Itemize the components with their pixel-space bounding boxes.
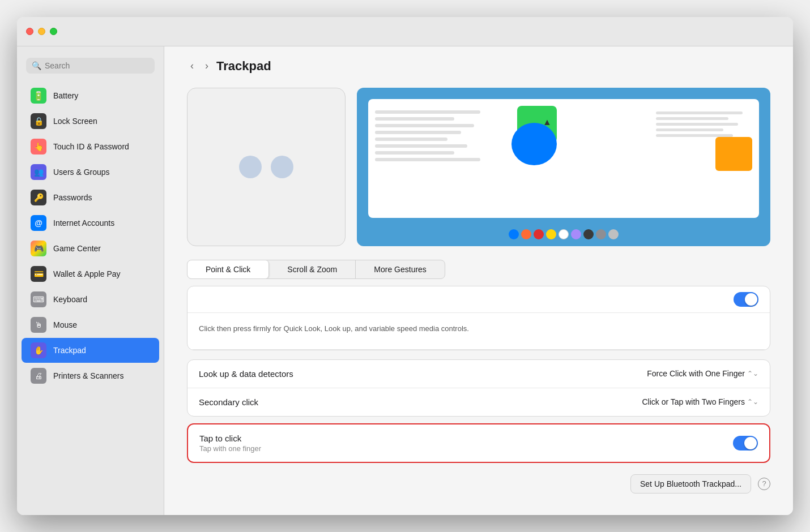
close-button[interactable] [26, 28, 33, 35]
tap-to-click-row: Tap to click Tap with one finger [188, 424, 769, 462]
sidebar-item-game-center[interactable]: 🎮 Game Center [22, 236, 159, 261]
trackpad-dots [239, 156, 293, 178]
look-up-label: Look up & data detectors [199, 369, 293, 379]
tab-point-click[interactable]: Point & Click [187, 260, 269, 278]
traffic-lights [26, 28, 57, 35]
sidebar-item-label: Mouse [53, 320, 77, 329]
swatch-dark [583, 229, 594, 239]
search-icon: 🔍 [32, 61, 41, 70]
sidebar-item-label: Users & Groups [53, 168, 110, 177]
trackpad-dot-left [239, 156, 262, 178]
internet-accounts-icon: @ [31, 215, 46, 231]
tabs-container: Point & Click Scroll & Zoom More Gesture… [187, 260, 445, 279]
tap-label-group: Tap to click Tap with one finger [199, 434, 261, 453]
search-container: 🔍 [17, 53, 164, 83]
trackpad-graphic [187, 88, 346, 246]
sidebar-items: 🔋 Battery 🔒 Lock Screen 👆 Touch ID & Pas… [17, 83, 164, 508]
main-layout: 🔍 🔋 Battery 🔒 Lock Screen 👆 To [17, 46, 793, 515]
system-preferences-window: 🔍 🔋 Battery 🔒 Lock Screen 👆 To [17, 17, 793, 515]
trackpad-dot-right [271, 156, 293, 178]
content-area: ‹ › Trackpad [164, 46, 793, 515]
trackpad-icon: ✋ [31, 342, 46, 358]
sidebar-item-label: Printers & Scanners [53, 371, 124, 380]
chevron-icon: ⌃⌄ [747, 398, 758, 406]
help-button[interactable]: ? [758, 478, 770, 490]
battery-icon: 🔋 [31, 88, 46, 104]
look-up-value[interactable]: Force Click with One Finger ⌃⌄ [647, 369, 758, 378]
maximize-button[interactable] [50, 28, 57, 35]
toggle-knob [745, 293, 757, 306]
page-title: Trackpad [216, 59, 271, 74]
force-click-toggle[interactable] [734, 292, 758, 307]
preview-container: ▲ [187, 88, 770, 246]
look-up-row: Look up & data detectors Force Click wit… [187, 360, 770, 388]
passwords-icon: 🔑 [31, 190, 46, 205]
tab-more-gestures[interactable]: More Gestures [356, 260, 445, 278]
sidebar-item-users-groups[interactable]: 👥 Users & Groups [22, 160, 159, 185]
look-up-value-text: Force Click with One Finger [647, 369, 745, 378]
chevron-icon: ⌃⌄ [747, 370, 758, 377]
game-center-icon: 🎮 [31, 241, 46, 256]
wallet-icon: 💳 [31, 266, 46, 282]
sidebar-item-label: Trackpad [53, 346, 86, 355]
swatch-orange [521, 229, 531, 239]
feature-description: Click then press firmly for Quick Look, … [199, 319, 758, 344]
swatch-silver [608, 229, 619, 239]
search-input[interactable] [45, 61, 149, 70]
secondary-click-value-text: Click or Tap with Two Fingers [642, 397, 745, 406]
sidebar-item-label: Battery [53, 91, 78, 100]
sidebar-item-label: Lock Screen [53, 117, 97, 126]
tab-scroll-zoom[interactable]: Scroll & Zoom [269, 260, 356, 278]
forward-button[interactable]: › [202, 58, 212, 74]
toggle-knob [744, 437, 757, 449]
video-preview: ▲ [357, 88, 770, 246]
tap-to-click-toggle[interactable] [733, 436, 758, 451]
swatch-purple [571, 229, 581, 239]
secondary-click-value[interactable]: Click or Tap with Two Fingers ⌃⌄ [642, 397, 758, 406]
sidebar-item-passwords[interactable]: 🔑 Passwords [22, 185, 159, 210]
secondary-click-row: Secondary click Click or Tap with Two Fi… [187, 388, 770, 416]
swatch-blue [509, 229, 519, 239]
sidebar-item-keyboard[interactable]: ⌨ Keyboard [22, 287, 159, 312]
sidebar-item-lock-screen[interactable]: 🔒 Lock Screen [22, 109, 159, 134]
users-icon: 👥 [31, 164, 46, 180]
printers-icon: 🖨 [31, 368, 46, 384]
tap-to-click-subtitle: Tap with one finger [199, 444, 261, 453]
settings-section: Look up & data detectors Force Click wit… [187, 359, 770, 417]
lock-screen-icon: 🔒 [31, 113, 46, 129]
sidebar-item-label: Keyboard [53, 295, 87, 304]
sidebar-item-label: Touch ID & Password [53, 142, 129, 151]
back-button[interactable]: ‹ [187, 58, 197, 74]
sidebar-item-label: Wallet & Apple Pay [53, 269, 121, 278]
setup-bluetooth-button[interactable]: Set Up Bluetooth Trackpad... [630, 474, 751, 494]
keyboard-icon: ⌨ [31, 291, 46, 307]
mouse-icon: 🖱 [31, 317, 46, 333]
sidebar-item-internet-accounts[interactable]: @ Internet Accounts [22, 211, 159, 235]
footer-row: Set Up Bluetooth Trackpad... ? [187, 474, 770, 494]
content-header: ‹ › Trackpad [187, 58, 770, 74]
swatch-red [534, 229, 544, 239]
touchid-icon: 👆 [31, 139, 46, 155]
sidebar-item-battery[interactable]: 🔋 Battery [22, 83, 159, 108]
video-inner: ▲ [357, 88, 770, 246]
sidebar-item-mouse[interactable]: 🖱 Mouse [22, 312, 159, 337]
search-box[interactable]: 🔍 [26, 58, 155, 74]
sidebar: 🔍 🔋 Battery 🔒 Lock Screen 👆 To [17, 46, 164, 515]
swatch-yellow [546, 229, 556, 239]
swatch-gray [596, 229, 606, 239]
sidebar-item-label: Internet Accounts [53, 218, 114, 228]
titlebar [17, 17, 793, 46]
tap-to-click-title: Tap to click [199, 434, 261, 443]
sidebar-item-label: Passwords [53, 193, 92, 202]
sidebar-item-label: Game Center [53, 244, 101, 253]
tap-to-click-section: Tap to click Tap with one finger [187, 423, 770, 463]
sidebar-item-wallet[interactable]: 💳 Wallet & Apple Pay [22, 261, 159, 286]
secondary-click-label: Secondary click [199, 397, 258, 407]
swatch-white [559, 229, 569, 239]
sidebar-item-touchid[interactable]: 👆 Touch ID & Password [22, 134, 159, 159]
sidebar-item-trackpad[interactable]: ✋ Trackpad [22, 338, 159, 363]
sidebar-item-printers[interactable]: 🖨 Printers & Scanners [22, 363, 159, 388]
minimize-button[interactable] [38, 28, 45, 35]
